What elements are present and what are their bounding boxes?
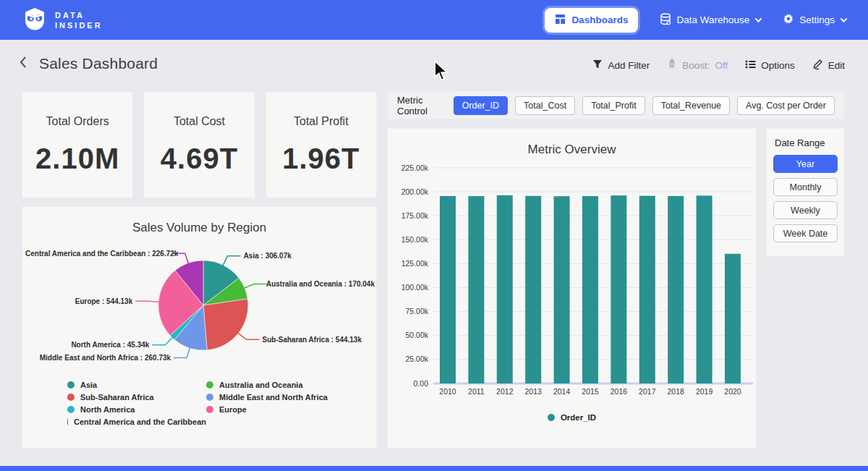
mouse-cursor (433, 60, 450, 85)
pie-label-north-america: North America : 45.34k (71, 341, 149, 349)
footer-strip (0, 466, 868, 471)
dashboards-grid-icon (555, 14, 566, 27)
svg-text:2015: 2015 (582, 387, 599, 396)
svg-text:175.00k: 175.00k (401, 211, 429, 220)
metric-control-bar: Metric Control Order_IDTotal_CostTotal_P… (387, 91, 845, 119)
kpi-card-total-profit: Total Profit1.96T (265, 92, 377, 198)
add-filter-button[interactable]: Add Filter (592, 59, 650, 72)
pie-legend-item-middle-east-and-north-africa: Middle East and North Africa (206, 391, 376, 403)
svg-text:2020: 2020 (724, 387, 741, 396)
metric-control-label: Metric Control (397, 95, 445, 116)
bar-2014 (554, 196, 570, 383)
metric-buttons-group: Order_IDTotal_CostTotal_ProfitTotal_Reve… (454, 96, 835, 115)
owl-logo-icon (22, 6, 48, 35)
svg-text:2019: 2019 (696, 387, 713, 396)
boost-label: Boost: (682, 60, 710, 71)
metric-button-total-revenue[interactable]: Total_Revenue (652, 96, 730, 115)
bar-chart-title: Metric Overview (388, 129, 756, 157)
legend-dot-middle-east-and-north-africa (206, 394, 213, 401)
svg-text:0.00: 0.00 (414, 379, 429, 388)
brand-logo[interactable]: DATA INSIDER (22, 6, 103, 35)
legend-dot-sub-saharan-africa (67, 394, 75, 401)
kpi-card-total-cost: Total Cost4.69T (143, 92, 255, 198)
boost-state: Off (715, 60, 728, 71)
legend-label-europe: Europe (219, 405, 247, 414)
svg-text:100.00k: 100.00k (401, 283, 429, 292)
gear-icon (783, 13, 794, 27)
options-button[interactable]: Options (745, 59, 795, 72)
chevron-down-icon (755, 15, 762, 22)
bar-2018 (668, 196, 684, 383)
pie-label-central-america-and-the-caribbean: Central America and the Caribbean : 226.… (25, 250, 179, 258)
bar-2011 (468, 196, 484, 383)
svg-text:50.00k: 50.00k (405, 331, 428, 339)
top-navbar: DATA INSIDER Dashboards (0, 0, 868, 40)
metric-button-total-cost[interactable]: Total_Cost (515, 96, 575, 115)
rocket-icon (667, 59, 677, 72)
svg-text:225.00k: 225.00k (401, 164, 429, 172)
legend-dot-europe (206, 406, 213, 413)
date-range-button-weekly[interactable]: Weekly (773, 201, 838, 219)
back-button[interactable] (17, 55, 30, 72)
legend-dot-asia (67, 381, 75, 389)
database-icon (660, 13, 671, 27)
legend-label-australia-and-oceania: Australia and Oceania (219, 381, 303, 389)
brand-line1: DATA (55, 10, 103, 20)
brand-line2: INSIDER (55, 20, 103, 30)
metric-button-total-profit[interactable]: Total_Profit (582, 96, 645, 115)
bar-2019 (697, 195, 712, 383)
bar-chart-legend: Order_ID (388, 413, 756, 422)
pie-legend-item-australia-and-oceania: Australia and Oceania (206, 378, 376, 391)
svg-text:2017: 2017 (639, 387, 656, 396)
date-range-label: Date Range (775, 137, 838, 148)
pie-legend-item-central-america-and-the-caribbean: Central America and the Caribbean (67, 415, 206, 428)
svg-text:2012: 2012 (496, 387, 514, 396)
metric-button-order-id[interactable]: Order_ID (454, 96, 508, 115)
settings-label: Settings (799, 14, 835, 25)
bar-2010 (440, 196, 456, 383)
dashboards-button[interactable]: Dashboards (545, 8, 638, 33)
pie-label-middle-east-and-north-africa: Middle East and North Africa : 260.73k (40, 354, 171, 362)
add-filter-label: Add Filter (608, 60, 650, 71)
svg-text:2013: 2013 (525, 387, 542, 396)
date-range-button-week-date[interactable]: Week Date (773, 224, 838, 242)
kpi-card-total-orders: Total Orders2.10M (22, 92, 133, 198)
page-title: Sales Dashboard (39, 55, 158, 72)
pie-label-asia: Asia : 306.07k (244, 252, 292, 260)
bar-chart: 0.0025.00k50.00k75.00k100.00k125.00k150.… (388, 157, 756, 403)
legend-label-middle-east-and-north-africa: Middle East and North Africa (219, 393, 328, 402)
metric-button-avg-cost-per-order[interactable]: Avg. Cost per Order (737, 96, 835, 115)
legend-dot-central-america-and-the-caribbean (67, 418, 68, 425)
pie-label-europe: Europe : 544.13k (75, 297, 133, 305)
svg-text:125.00k: 125.00k (401, 259, 429, 268)
pencil-icon (812, 59, 823, 72)
bar-2015 (582, 196, 598, 383)
svg-text:2010: 2010 (439, 387, 456, 396)
svg-text:2011: 2011 (468, 387, 485, 396)
svg-text:2014: 2014 (553, 387, 571, 396)
svg-text:75.00k: 75.00k (405, 307, 428, 315)
svg-text:150.00k: 150.00k (401, 235, 429, 244)
date-range-buttons: YearMonthlyWeeklyWeek Date (773, 155, 838, 242)
edit-button[interactable]: Edit (812, 59, 845, 72)
settings-menu[interactable]: Settings (783, 13, 846, 27)
kpi-row: Total Orders2.10MTotal Cost4.69TTotal Pr… (22, 92, 377, 198)
legend-dot-order-id (548, 414, 555, 421)
legend-dot-north-america (67, 406, 75, 413)
pie-chart: Asia : 306.07kAustralia and Oceania : 17… (22, 235, 376, 370)
list-icon (745, 59, 756, 72)
svg-text:2018: 2018 (668, 387, 685, 396)
legend-label-asia: Asia (80, 381, 97, 389)
kpi-value: 2.10M (35, 143, 119, 175)
date-range-button-monthly[interactable]: Monthly (773, 178, 838, 196)
date-range-button-year[interactable]: Year (773, 155, 838, 173)
pie-chart-legend: AsiaSub-Saharan AfricaNorth AmericaCentr… (67, 378, 376, 428)
dashboards-label: Dashboards (571, 14, 628, 25)
legend-label-north-america: North America (80, 405, 135, 414)
pie-legend-item-europe: Europe (206, 403, 376, 415)
filter-icon (592, 59, 603, 72)
boost-toggle[interactable]: Boost: Off (667, 59, 728, 72)
pie-label-sub-saharan-africa: Sub-Saharan Africa : 544.13k (263, 336, 362, 344)
data-warehouse-menu[interactable]: Data Warehouse (660, 13, 761, 27)
kpi-value: 4.69T (161, 143, 238, 175)
